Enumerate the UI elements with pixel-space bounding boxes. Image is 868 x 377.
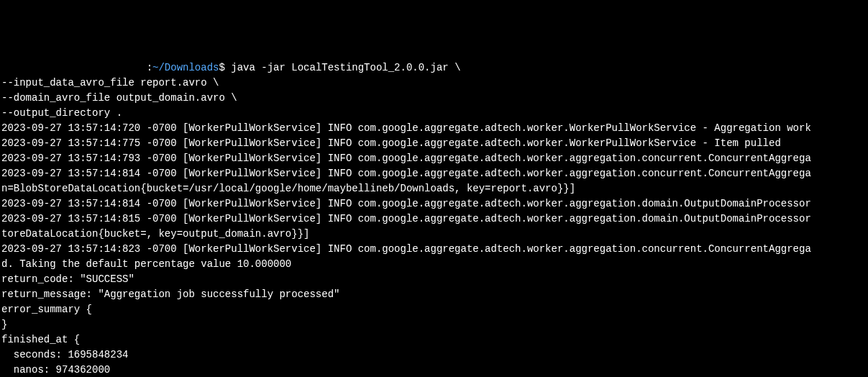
log-line: } — [1, 317, 867, 332]
log-line: finished_at { — [1, 332, 867, 348]
command-text: java -jar LocalTestingTool_2.0.0.jar \ — [225, 62, 461, 73]
command-line-4: --output_directory . — [1, 106, 867, 121]
log-line: 2023-09-27 13:57:14:815 -0700 [WorkerPul… — [1, 212, 867, 227]
prompt-colon: : — [147, 62, 152, 73]
prompt-host — [1, 62, 147, 73]
command-line-2: --input_data_avro_file report.avro \ — [1, 76, 867, 91]
log-line: return_code: "SUCCESS" — [1, 272, 867, 287]
log-line: toreDataLocation{bucket=, key=output_dom… — [1, 227, 867, 242]
log-line: 2023-09-27 13:57:14:814 -0700 [WorkerPul… — [1, 166, 867, 181]
log-line: 2023-09-27 13:57:14:720 -0700 [WorkerPul… — [1, 121, 867, 136]
log-line: error_summary { — [1, 302, 867, 317]
log-line: seconds: 1695848234 — [1, 348, 867, 363]
prompt-line: :~/Downloads$ java -jar LocalTestingTool… — [1, 60, 867, 76]
log-line: n=BlobStoreDataLocation{bucket=/usr/loca… — [1, 181, 867, 196]
log-line: 2023-09-27 13:57:14:775 -0700 [WorkerPul… — [1, 136, 867, 151]
terminal-output[interactable]: :~/Downloads$ java -jar LocalTestingTool… — [0, 60, 868, 377]
command-line-3: --domain_avro_file output_domain.avro \ — [1, 91, 867, 106]
log-line: 2023-09-27 13:57:14:814 -0700 [WorkerPul… — [1, 196, 867, 212]
log-line: return_message: "Aggregation job success… — [1, 287, 867, 302]
log-line: d. Taking the default percentage value 1… — [1, 257, 867, 272]
log-line: 2023-09-27 13:57:14:793 -0700 [WorkerPul… — [1, 151, 867, 166]
prompt-path: ~/Downloads — [152, 62, 219, 73]
log-line: nanos: 974362000 — [1, 363, 867, 377]
log-line: 2023-09-27 13:57:14:823 -0700 [WorkerPul… — [1, 242, 867, 257]
prompt-dollar: $ — [219, 62, 224, 73]
